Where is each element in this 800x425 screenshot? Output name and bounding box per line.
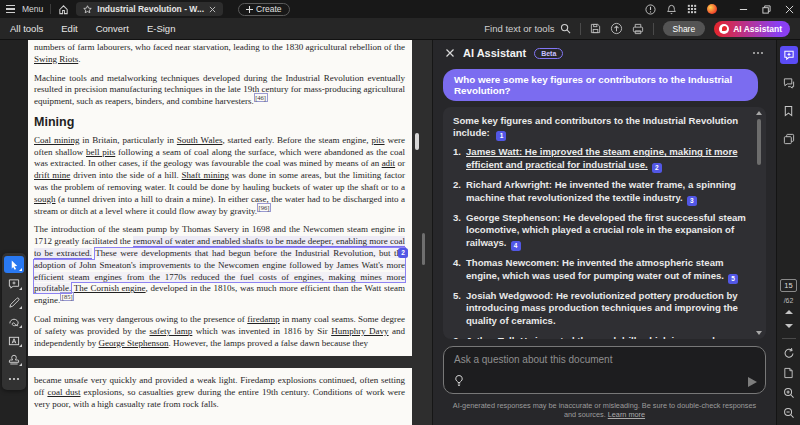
- doc-link[interactable]: George Stephenson: [99, 338, 169, 348]
- doc-link[interactable]: Humphry Davy: [331, 326, 388, 336]
- restore-icon[interactable]: [762, 5, 771, 14]
- item-text[interactable]: James Watt: He improved the steam engine…: [466, 146, 738, 169]
- document-viewport[interactable]: numbers of farm labourers, who faced nea…: [28, 40, 432, 425]
- bell-icon[interactable]: [666, 4, 677, 15]
- avatar[interactable]: [707, 4, 717, 14]
- more-tools-button[interactable]: [4, 370, 24, 387]
- doc-link[interactable]: Shaft mining: [182, 170, 229, 180]
- doc-link[interactable]: The Cornish engine: [74, 283, 146, 293]
- document-tab[interactable]: Industrial Revolution - W...: [76, 2, 223, 16]
- app-toolbar: All tools Edit Convert E-Sign Find text …: [0, 18, 800, 40]
- rotate-page-button[interactable]: [783, 347, 795, 359]
- search-icon: [560, 23, 571, 34]
- select-tool-button[interactable]: [4, 256, 24, 273]
- item-number: 6.: [453, 335, 461, 339]
- highlight-tool-button[interactable]: [4, 294, 24, 311]
- doc-link[interactable]: Coal mining: [34, 135, 79, 145]
- ai-assistant-panel: AI Assistant Beta Who were some key figu…: [432, 40, 776, 425]
- question-input[interactable]: Ask a question about this document: [443, 346, 766, 394]
- response-scrollbar[interactable]: [755, 111, 763, 335]
- ai-assistant-button[interactable]: AI Assistant: [714, 21, 790, 37]
- doc-footnote-ref[interactable]: [96]: [257, 203, 271, 212]
- doc-link[interactable]: drift mine: [34, 170, 70, 180]
- home-icon[interactable]: [58, 4, 69, 15]
- ai-response-item: 3.George Stephenson: He developed the fi…: [453, 212, 752, 249]
- page-up-icon[interactable]: [785, 310, 793, 314]
- zoom-in-button[interactable]: [783, 387, 795, 399]
- citation-badge[interactable]: 5: [728, 274, 738, 284]
- draw-tool-button[interactable]: [4, 313, 24, 330]
- share-button[interactable]: Share: [663, 21, 706, 36]
- close-tab-icon[interactable]: [209, 6, 216, 13]
- stamp-tool-button[interactable]: [4, 351, 24, 368]
- print-icon[interactable]: [632, 23, 644, 35]
- doc-paragraph: Coal mining was very dangerous owing to …: [34, 314, 405, 349]
- citation-badge[interactable]: 2: [398, 248, 408, 258]
- page-total-label: /62: [784, 297, 794, 304]
- beta-badge: Beta: [534, 48, 563, 59]
- item-number: 1.: [453, 146, 461, 158]
- ai-assistant-rail-button[interactable]: [780, 46, 798, 64]
- send-icon[interactable]: [748, 377, 757, 387]
- doc-link[interactable]: pits: [372, 135, 385, 145]
- doc-link[interactable]: adit: [382, 158, 396, 168]
- citation-badge[interactable]: 1: [496, 131, 506, 141]
- menu-edit[interactable]: Edit: [61, 23, 77, 34]
- pages-rail-button[interactable]: [780, 130, 798, 148]
- learn-more-link[interactable]: Learn more: [608, 410, 645, 419]
- zoom-out-button[interactable]: [783, 407, 795, 419]
- save-icon[interactable]: [590, 23, 601, 34]
- menu-label[interactable]: Menu: [22, 4, 43, 14]
- ai-response-item: 5.Josiah Wedgwood: He revolutionized pot…: [453, 290, 752, 327]
- suggestions-lightbulb-icon[interactable]: [453, 374, 465, 387]
- doc-footnote-ref[interactable]: [85]: [60, 292, 74, 301]
- zoom-in-icon: [783, 387, 795, 399]
- page-down-icon[interactable]: [785, 324, 793, 328]
- create-button[interactable]: Create: [238, 3, 290, 16]
- item-number: 3.: [453, 212, 461, 224]
- add-comment-tool-button[interactable]: [4, 275, 24, 292]
- ellipsis-icon: [8, 377, 20, 381]
- citation-badge[interactable]: 3: [687, 196, 697, 206]
- doc-link[interactable]: safety lamp: [149, 326, 192, 336]
- ai-response-item: 4.Thomas Newcomen: He invented the atmos…: [453, 257, 752, 281]
- doc-link[interactable]: firedamp: [247, 314, 279, 324]
- question-input-placeholder: Ask a question about this document: [454, 354, 755, 365]
- citation-badge[interactable]: 4: [511, 241, 521, 251]
- menu-convert[interactable]: Convert: [96, 23, 129, 34]
- close-panel-icon[interactable]: [445, 48, 455, 58]
- doc-link[interactable]: Swing Riots: [34, 54, 78, 64]
- ai-response-card: Some key figures and contributors to the…: [443, 107, 766, 339]
- hamburger-menu-icon[interactable]: [6, 5, 15, 13]
- cloud-upload-icon[interactable]: [610, 22, 623, 35]
- scroll-up-icon[interactable]: [756, 111, 762, 115]
- document-scrollbar[interactable]: [415, 133, 419, 150]
- alert-icon[interactable]: [645, 4, 656, 15]
- menu-all-tools[interactable]: All tools: [10, 23, 43, 34]
- citation-badge[interactable]: 2: [652, 163, 662, 173]
- fit-page-button[interactable]: [783, 367, 794, 379]
- doc-link[interactable]: sough: [34, 194, 56, 204]
- item-number: 5.: [453, 290, 461, 302]
- overflow-menu-icon[interactable]: [752, 51, 764, 55]
- doc-link[interactable]: South Wales: [177, 135, 223, 145]
- scroll-thumb[interactable]: [757, 119, 761, 165]
- find-text-button[interactable]: Find text or tools: [484, 23, 570, 34]
- apps-grid-icon[interactable]: [687, 4, 697, 14]
- tab-title: Industrial Revolution - W...: [97, 4, 204, 14]
- window-close-icon[interactable]: [785, 5, 794, 14]
- document-scrollbar-secondary[interactable]: [422, 233, 425, 265]
- doc-link[interactable]: coal dust: [47, 387, 80, 397]
- divider: [580, 23, 581, 35]
- page-number-input[interactable]: 15: [780, 279, 796, 292]
- doc-footnote-ref[interactable]: [46]: [254, 93, 268, 102]
- minimize-icon[interactable]: [739, 5, 748, 14]
- item-number: 4.: [453, 257, 461, 269]
- menu-esign[interactable]: E-Sign: [147, 23, 176, 34]
- ai-response-list: 1.James Watt: He improved the steam engi…: [453, 146, 752, 339]
- scroll-down-icon[interactable]: [756, 331, 762, 335]
- add-text-tool-button[interactable]: [4, 332, 24, 349]
- comments-rail-button[interactable]: [780, 74, 798, 92]
- bookmarks-rail-button[interactable]: [780, 102, 798, 120]
- doc-link[interactable]: bell pits: [86, 147, 115, 157]
